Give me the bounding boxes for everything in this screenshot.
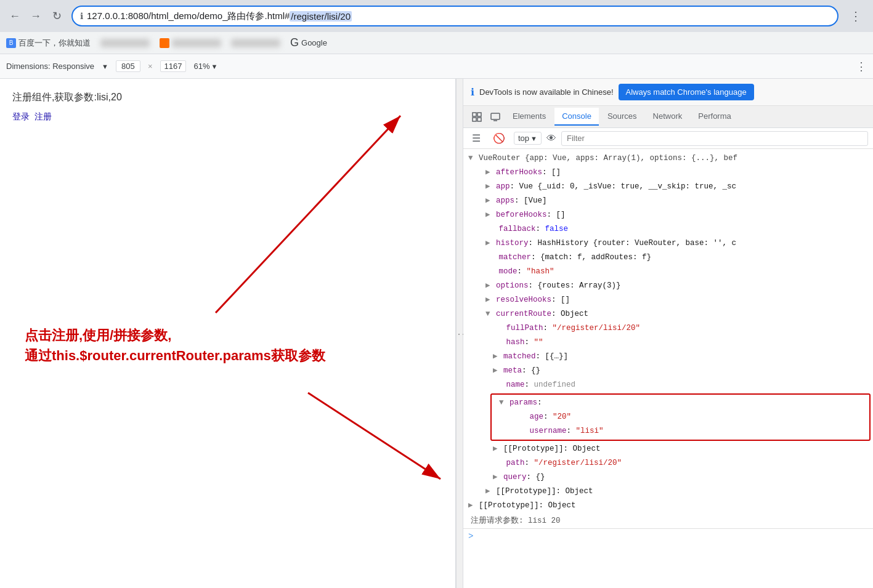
toggle-prototype2[interactable] [485, 487, 490, 496]
toggle-currentroute[interactable] [485, 310, 490, 318]
toggle-prototype3[interactable] [468, 501, 473, 510]
zoom-dropdown-icon: ▼ [211, 63, 218, 70]
console-output: VueRouter {app: Vue, apps: Array(1), opt… [463, 149, 873, 588]
baidu-favicon: B [6, 38, 16, 48]
browser-chrome: ← → ↻ ℹ 127.0.0.1:8080/html_demo/demo_路由… [0, 0, 873, 79]
console-line-path: path: "/register/lisi/20" [463, 456, 873, 470]
nav-buttons: ← → ↻ [6, 7, 65, 25]
responsive-menu-button[interactable]: ⋮ [856, 60, 867, 73]
devtools-panel: ℹ DevTools is now available in Chinese! … [463, 79, 873, 588]
console-line-name: name: undefined [463, 378, 873, 392]
viewport-height[interactable]: 1167 [160, 60, 187, 72]
toggle-history[interactable] [485, 239, 490, 248]
bookmark-4[interactable] [231, 39, 280, 47]
devtools-console-toolbar: ☰ 🚫 top ▼ 👁 [463, 128, 873, 149]
params-highlight-box: params: age: "20" username: "lisi" [490, 393, 871, 441]
svg-rect-5 [477, 113, 481, 116]
browser-menu-button[interactable]: ⋮ [845, 6, 867, 26]
bookmark-3[interactable] [160, 38, 221, 48]
toggle-meta[interactable] [493, 366, 498, 375]
tab-console[interactable]: Console [554, 108, 599, 126]
devtools-notification: ℹ DevTools is now available in Chinese! … [463, 79, 873, 106]
panel-divider[interactable]: ⋮ [456, 79, 463, 588]
toggle-resolvehooks[interactable] [485, 296, 490, 304]
tab-performance[interactable]: Performa [691, 108, 738, 126]
toggle-matched[interactable] [493, 352, 498, 361]
page-title: 注册组件,获取参数:lisi,20 [12, 91, 443, 104]
console-line-vuerouter: VueRouter {app: Vue, apps: Array(1), opt… [463, 151, 873, 166]
svg-rect-4 [473, 113, 476, 116]
console-line-prototype3: [[Prototype]]: Object [463, 499, 873, 513]
toggle-prototype1[interactable] [493, 445, 498, 453]
toggle-params[interactable] [499, 398, 504, 407]
refresh-button[interactable]: ↻ [48, 7, 65, 25]
viewport-width[interactable]: 805 [116, 60, 140, 72]
console-line-apps: apps: [Vue] [463, 194, 873, 208]
back-button[interactable]: ← [6, 7, 23, 25]
svg-rect-8 [491, 113, 500, 119]
console-prompt[interactable]: > [463, 528, 873, 544]
secure-icon: ℹ [80, 11, 83, 21]
console-eye-button[interactable]: 👁 [546, 133, 556, 144]
tab-sources[interactable]: Sources [600, 108, 644, 126]
annotation-line1: 点击注册,使用/拼接参数, [25, 325, 325, 345]
google-favicon: G [290, 36, 299, 49]
console-line-prototype2: [[Prototype]]: Object [463, 485, 873, 499]
zoom-selector[interactable]: 61% ▼ [193, 62, 217, 71]
devtools-device-icon[interactable] [487, 108, 504, 126]
console-line-beforehooks: beforeHooks: [] [463, 208, 873, 222]
top-selector[interactable]: top ▼ [514, 132, 542, 145]
toggle-vuerouter[interactable] [468, 154, 473, 163]
devtools-cursor-icon[interactable] [468, 108, 485, 126]
info-icon: ℹ [471, 86, 474, 98]
console-line-history: history: HashHistory {router: VueRouter,… [463, 236, 873, 251]
zoom-level: 61% [193, 62, 209, 71]
toggle-app[interactable] [485, 182, 490, 191]
tab-network[interactable]: Network [646, 108, 690, 126]
console-bottom-text: 注册请求参数: lisi 20 [463, 513, 873, 528]
top-label: top [518, 134, 529, 143]
forward-button[interactable]: → [27, 7, 44, 25]
bookmark-google[interactable]: G Google [290, 36, 327, 49]
notification-text: DevTools is now available in Chinese! [479, 87, 614, 97]
devtools-tabs: Elements Console Sources Network Perform… [463, 106, 873, 128]
register-link[interactable]: 注册 [35, 111, 52, 123]
bookmark-baidu[interactable]: B 百度一下，你就知道 [6, 38, 91, 49]
console-line-prototype1: [[Prototype]]: Object [463, 442, 873, 456]
register-params-text: 注册请求参数: lisi 20 [471, 517, 561, 525]
bookmark-2[interactable] [100, 39, 150, 47]
console-line-matcher: matcher: {match: f, addRoutes: f} [463, 251, 873, 265]
console-line-mode: mode: "hash" [463, 265, 873, 279]
responsive-toolbar: Dimensions: Responsive ▼ 805 × 1167 61% … [0, 54, 873, 79]
web-links: 登录 注册 [12, 111, 443, 123]
console-filter-input[interactable] [561, 131, 868, 146]
svg-line-3 [308, 393, 441, 479]
svg-line-2 [216, 116, 400, 313]
toggle-apps[interactable] [485, 196, 490, 205]
console-line-afterhooks: afterHooks: [] [463, 166, 873, 180]
console-line-fullpath: fullPath: "/register/lisi/20" [463, 321, 873, 336]
console-line-app: app: Vue {_uid: 0, _isVue: true, __v_ski… [463, 180, 873, 194]
console-line-meta: meta: {} [463, 364, 873, 378]
bookmarks-bar: B 百度一下，你就知道 G Google [0, 32, 873, 54]
console-clear-button[interactable]: 🚫 [489, 131, 509, 145]
lang-button[interactable]: Always match Chrome's language [619, 84, 754, 100]
tab-elements[interactable]: Elements [505, 108, 553, 126]
toggle-afterhooks[interactable] [485, 168, 490, 177]
console-sidebar-toggle[interactable]: ☰ [468, 131, 484, 145]
address-bar[interactable]: ℹ 127.0.0.1:8080/html_demo/demo_路由传参.htm… [71, 6, 838, 26]
prompt-icon: > [468, 531, 473, 541]
console-line-options: options: {routes: Array(3)} [463, 279, 873, 293]
dropdown-arrow-icon: ▼ [102, 63, 108, 70]
console-line-query: query: {} [463, 470, 873, 485]
toggle-options[interactable] [485, 281, 490, 290]
toggle-beforehooks[interactable] [485, 211, 490, 219]
svg-rect-6 [473, 118, 476, 121]
console-line-params: params: [494, 396, 867, 410]
console-line-resolvehooks: resolveHooks: [] [463, 293, 873, 307]
dimension-cross: × [148, 62, 153, 71]
bookmark-google-label: Google [301, 38, 327, 47]
toggle-query[interactable] [493, 473, 498, 481]
bookmark-2-label [100, 39, 150, 47]
login-link[interactable]: 登录 [12, 111, 30, 123]
